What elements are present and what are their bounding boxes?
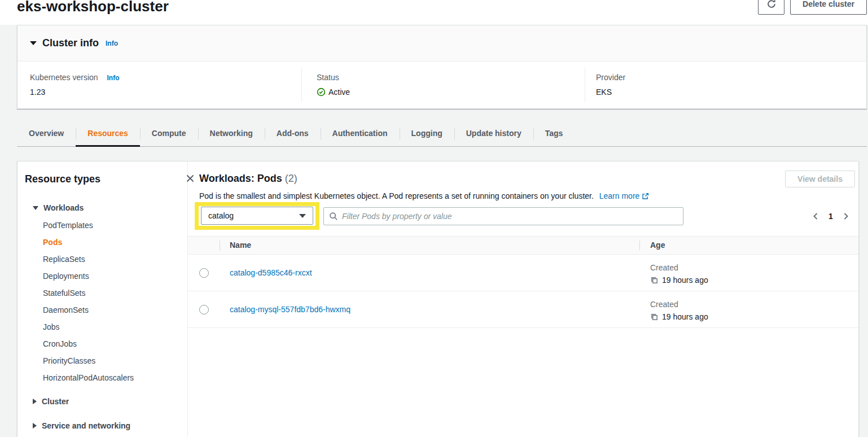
column-header-age[interactable]: Age (650, 237, 665, 254)
column-header-name[interactable]: Name (230, 237, 251, 254)
pods-filter-search (323, 207, 683, 225)
cluster-info-content: Kubernetes version Info 1.23 Status Acti… (17, 62, 866, 109)
sidebar-item-daemonsets[interactable]: DaemonSets (43, 301, 134, 318)
page-title: eks-workshop-cluster (17, 0, 169, 16)
pod-name-link[interactable]: catalog-mysql-557fdb7bd6-hwxmq (230, 305, 350, 314)
tab-tags[interactable]: Tags (533, 121, 575, 146)
sidebar-item-podtemplates[interactable]: PodTemplates (43, 217, 134, 234)
collapsed-caret-icon (33, 399, 37, 404)
tab-update-history[interactable]: Update history (454, 121, 533, 146)
provider-value: EKS (596, 88, 765, 97)
search-icon (329, 212, 338, 221)
expanded-caret-icon (33, 206, 38, 210)
cluster-info-panel: Cluster info Info Kubernetes version Inf… (17, 25, 867, 109)
column-divider (301, 67, 302, 102)
pod-row: catalog-mysql-557fdb7bd6-hwxmq Created 1… (188, 291, 858, 328)
status-value: Active (317, 88, 486, 97)
dropdown-caret-icon (299, 214, 306, 218)
learn-more-link[interactable]: Learn more (599, 191, 650, 200)
collapse-caret-icon (30, 41, 37, 45)
sidebar-item-cronjobs[interactable]: CronJobs (43, 335, 134, 352)
sidebar-group-workloads[interactable]: Workloads (33, 203, 84, 212)
pods-panel: Workloads: Pods (2) View details Pod is … (188, 161, 858, 437)
row-radio-button[interactable] (199, 305, 209, 314)
age-value-text: 19 hours ago (662, 273, 708, 287)
sidebar-item-horizontalpodautoscalers[interactable]: HorizontalPodAutoscalers (43, 369, 134, 386)
kubernetes-version-label: Kubernetes version Info (30, 73, 199, 82)
cluster-tabs: Overview Resources Compute Networking Ad… (17, 121, 867, 147)
status-ok-icon (317, 88, 326, 97)
external-link-icon (642, 193, 649, 200)
tab-overview[interactable]: Overview (17, 121, 76, 146)
tab-networking[interactable]: Networking (198, 121, 265, 146)
resource-types-title: Resource types (25, 173, 100, 185)
eks-console-page: eks-workshop-cluster Delete cluster Clus… (0, 0, 868, 437)
sidebar-item-pods[interactable]: Pods (43, 234, 134, 251)
resource-types-panel: Resource types Workloads PodTemplates Po… (17, 161, 188, 437)
row-radio-button[interactable] (199, 268, 209, 278)
view-details-button[interactable]: View details (785, 171, 855, 187)
copy-icon[interactable] (650, 313, 659, 321)
sidebar-item-replicasets[interactable]: ReplicaSets (43, 251, 134, 268)
age-created-label: Created (650, 299, 708, 310)
next-page-button[interactable] (843, 212, 849, 220)
pods-table-header: Name Age (188, 236, 858, 255)
sidebar-item-jobs[interactable]: Jobs (43, 318, 134, 335)
status-label: Status (317, 73, 486, 82)
pod-name-link[interactable]: catalog-d5985c46-rxcxt (230, 268, 312, 277)
cluster-info-title: Cluster info (42, 37, 99, 49)
sidebar-item-priorityclasses[interactable]: PriorityClasses (43, 352, 134, 369)
refresh-button[interactable] (758, 0, 784, 15)
pods-count: (2) (285, 173, 297, 184)
sidebar-item-deployments[interactable]: Deployments (43, 268, 134, 285)
tab-logging[interactable]: Logging (400, 121, 454, 146)
column-separator (639, 241, 640, 251)
age-created-label: Created (650, 263, 708, 273)
copy-icon[interactable] (650, 276, 659, 285)
namespace-filter-dropdown[interactable]: catalog (201, 207, 313, 225)
pod-row: catalog-d5985c46-rxcxt Created 19 hours … (188, 255, 858, 291)
search-input[interactable] (342, 212, 678, 221)
current-page-number[interactable]: 1 (828, 212, 833, 221)
provider-label: Provider (596, 73, 765, 82)
annotation-highlight: catalog (195, 202, 319, 230)
delete-cluster-button[interactable]: Delete cluster (790, 0, 867, 15)
tab-authentication[interactable]: Authentication (321, 121, 400, 146)
cluster-info-header[interactable]: Cluster info Info (17, 25, 866, 62)
sidebar-group-cluster[interactable]: Cluster (33, 397, 69, 406)
pods-description: Pod is the smallest and simplest Kuberne… (199, 191, 649, 200)
collapsed-caret-icon (33, 423, 37, 429)
column-divider (585, 67, 585, 102)
refresh-icon (766, 0, 777, 9)
resources-split-panel: Resource types Workloads PodTemplates Po… (17, 161, 859, 437)
tab-add-ons[interactable]: Add-ons (265, 121, 321, 146)
pagination: 1 (812, 209, 849, 224)
previous-page-button[interactable] (812, 212, 819, 220)
pods-heading: Workloads: Pods (2) (199, 173, 297, 185)
age-value-text: 19 hours ago (662, 310, 708, 324)
sidebar-item-statefulsets[interactable]: StatefulSets (43, 285, 134, 301)
kubernetes-version-info-link[interactable]: Info (107, 74, 120, 82)
column-separator (220, 241, 220, 251)
tab-compute[interactable]: Compute (140, 121, 198, 146)
age-cell: Created 19 hours ago (650, 299, 708, 324)
namespace-filter-value: catalog (208, 211, 299, 220)
age-cell: Created 19 hours ago (650, 263, 708, 287)
tab-resources[interactable]: Resources (76, 121, 140, 146)
workloads-item-list: PodTemplates Pods ReplicaSets Deployment… (43, 217, 134, 386)
cluster-info-info-link[interactable]: Info (106, 40, 118, 47)
sidebar-group-service-networking[interactable]: Service and networking (33, 421, 130, 430)
kubernetes-version-value: 1.23 (30, 88, 199, 97)
